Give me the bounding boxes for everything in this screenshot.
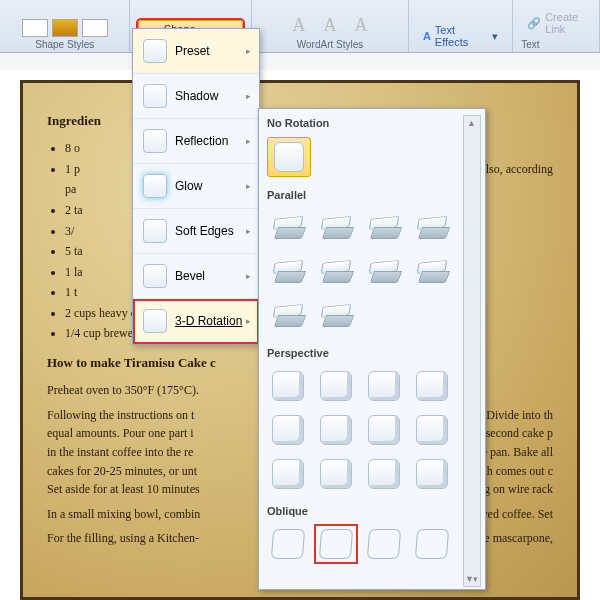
text-effects-button[interactable]: A Text Effects ▾ <box>417 22 504 50</box>
rotation-preset[interactable] <box>267 209 309 247</box>
group-label-text: Text <box>521 39 539 50</box>
glow-icon <box>143 174 167 198</box>
rotation-preset[interactable] <box>315 209 357 247</box>
rotation-preset[interactable] <box>363 525 405 563</box>
chevron-down-icon: ▾ <box>492 30 498 43</box>
create-link-button: 🔗 Create Link <box>521 9 591 37</box>
submenu-arrow-icon: ▸ <box>246 226 251 236</box>
gallery-section-no-rotation: No Rotation <box>265 113 479 135</box>
rotation-preset[interactable] <box>363 455 405 493</box>
rotation-preset[interactable] <box>411 253 453 291</box>
shadow-icon <box>143 84 167 108</box>
wordart-style-preset[interactable]: A <box>348 14 375 37</box>
rotation-preset[interactable] <box>315 367 357 405</box>
rotation-preset-none[interactable] <box>267 137 311 177</box>
link-icon: 🔗 <box>527 17 541 30</box>
shape-style-swatch[interactable] <box>22 19 48 37</box>
rotation-preset[interactable] <box>315 411 357 449</box>
rotation-preset[interactable] <box>411 367 453 405</box>
text-effects-icon: A <box>423 30 431 42</box>
menu-item-glow[interactable]: Glow▸ <box>133 164 259 209</box>
submenu-arrow-icon: ▸ <box>246 181 251 191</box>
menu-item-shadow[interactable]: Shadow▸ <box>133 74 259 119</box>
submenu-arrow-icon: ▸ <box>246 91 251 101</box>
shape-style-swatch[interactable] <box>52 19 78 37</box>
rotation-preset[interactable] <box>363 411 405 449</box>
shape-effects-menu: Preset▸ Shadow▸ Reflection▸ Glow▸ Soft E… <box>132 28 260 345</box>
menu-item-3d-rotation[interactable]: 3-D Rotation▸ <box>133 299 259 344</box>
gallery-section-perspective: Perspective <box>265 343 479 365</box>
menu-item-soft-edges[interactable]: Soft Edges▸ <box>133 209 259 254</box>
shape-style-swatch[interactable] <box>82 19 108 37</box>
rotation-preset[interactable] <box>267 367 309 405</box>
rotation-icon <box>143 309 167 333</box>
rotation-preset[interactable] <box>267 253 309 291</box>
group-label-wordart: WordArt Styles <box>297 39 364 50</box>
bevel-icon <box>143 264 167 288</box>
rotation-gallery: No Rotation Parallel Perspective Oblique <box>258 108 486 590</box>
menu-item-reflection[interactable]: Reflection▸ <box>133 119 259 164</box>
rotation-preset[interactable] <box>411 525 453 563</box>
gallery-section-parallel: Parallel <box>265 185 479 207</box>
rotation-preset[interactable] <box>267 411 309 449</box>
rotation-preset[interactable] <box>363 253 405 291</box>
rotation-preset[interactable] <box>315 253 357 291</box>
rotation-preset[interactable] <box>267 297 309 335</box>
submenu-arrow-icon: ▸ <box>246 316 251 326</box>
menu-item-preset[interactable]: Preset▸ <box>133 29 259 74</box>
rotation-preset[interactable] <box>411 455 453 493</box>
rotation-preset[interactable] <box>315 455 357 493</box>
preset-icon <box>143 39 167 63</box>
rotation-preset-selected[interactable] <box>315 525 357 563</box>
reflection-icon <box>143 129 167 153</box>
wordart-style-preset[interactable]: A <box>286 14 313 37</box>
rotation-preset[interactable] <box>363 367 405 405</box>
menu-item-bevel[interactable]: Bevel▸ <box>133 254 259 299</box>
rotation-preset[interactable] <box>315 297 357 335</box>
group-label-shape-styles: Shape Styles <box>35 39 94 50</box>
wordart-style-preset[interactable]: A <box>317 14 344 37</box>
submenu-arrow-icon: ▸ <box>246 271 251 281</box>
ribbon: Shape Styles Shape Effects ▾ A A A WordA… <box>0 0 600 53</box>
rotation-preset[interactable] <box>411 209 453 247</box>
rotation-preset[interactable] <box>267 525 309 563</box>
rotation-preset[interactable] <box>411 411 453 449</box>
rotation-preset[interactable] <box>267 455 309 493</box>
gallery-scrollbar[interactable] <box>463 115 481 587</box>
gallery-section-oblique: Oblique <box>265 501 479 523</box>
soft-edges-icon <box>143 219 167 243</box>
rotation-preset[interactable] <box>363 209 405 247</box>
submenu-arrow-icon: ▸ <box>246 46 251 56</box>
submenu-arrow-icon: ▸ <box>246 136 251 146</box>
